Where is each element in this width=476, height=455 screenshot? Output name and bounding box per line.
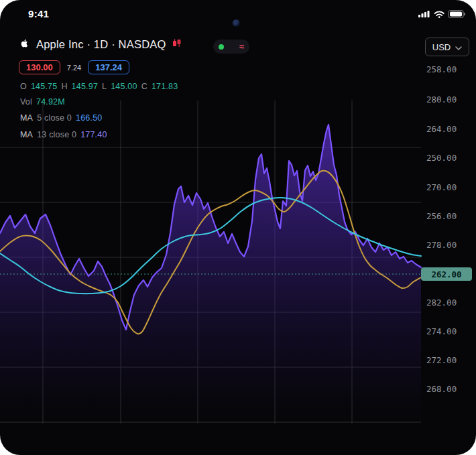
- wifi-icon: [435, 11, 444, 18]
- high-label: H: [61, 82, 67, 91]
- volume-label: Vol: [20, 97, 32, 107]
- signal-icon: [418, 11, 430, 17]
- low-value: 145.00: [111, 82, 137, 91]
- green-dot-icon: [219, 44, 224, 50]
- indicator-toggle[interactable]: ≈: [213, 40, 249, 54]
- wave-icon: ≈: [239, 42, 244, 51]
- low-label: L: [102, 82, 107, 91]
- axis-label: 272.00: [426, 355, 473, 366]
- close-label: C: [141, 82, 147, 91]
- current-price-pill: 262.00: [421, 267, 472, 281]
- ma13-params: 13 close 0: [37, 130, 76, 139]
- currency-selector[interactable]: USD: [425, 38, 469, 56]
- open-value: 145.75: [31, 82, 57, 91]
- symbol-header[interactable]: Apple Inc · 1D · NASDAQ: [19, 38, 181, 52]
- currency-label: USD: [432, 42, 451, 52]
- battery-icon: [449, 11, 465, 18]
- volume-value: 74.92M: [36, 97, 65, 107]
- axis-label: 258.00: [426, 64, 473, 75]
- ma5-row: MA 5 close 0 166.50: [20, 113, 102, 123]
- camera-dot: [233, 19, 240, 27]
- spread-value: 7.24: [67, 64, 81, 72]
- axis-label: 268.00: [426, 384, 473, 395]
- high-value: 145.97: [72, 82, 98, 91]
- axis-label: 280.00: [426, 94, 473, 105]
- price-axis[interactable]: 258.00280.00264.00250.00270.00256.00278.…: [422, 0, 476, 455]
- ma5-value: 166.50: [76, 113, 102, 123]
- ma5-params: 5 close 0: [37, 113, 72, 123]
- axis-label: 250.00: [426, 153, 473, 164]
- status-time: 9:41: [28, 8, 49, 19]
- candle-icon[interactable]: [172, 39, 181, 51]
- apple-logo-icon: [19, 38, 30, 52]
- page-title: Apple Inc · 1D · NASDAQ: [36, 38, 166, 51]
- open-label: O: [20, 82, 27, 91]
- status-icons: [418, 9, 465, 19]
- ma13-label: MA: [20, 130, 33, 139]
- axis-label: 256.00: [426, 211, 473, 222]
- ma5-label: MA: [20, 113, 33, 123]
- axis-label: 282.00: [426, 298, 473, 308]
- ohlc-row: O 145.75 H 145.97 L 145.00 C 171.83: [20, 82, 178, 91]
- axis-label: 264.00: [426, 124, 473, 135]
- bid-price-badge[interactable]: 130.00: [19, 60, 60, 74]
- axis-label: 278.00: [426, 240, 473, 251]
- axis-label: 270.00: [426, 182, 473, 193]
- ma13-row: MA 13 close 0 177.40: [20, 130, 107, 139]
- close-value: 171.83: [152, 82, 178, 91]
- chevron-down-icon: [455, 42, 462, 52]
- ask-price-badge[interactable]: 137.24: [88, 60, 129, 74]
- ma13-value: 177.40: [80, 130, 107, 139]
- volume-row: Vol 74.92M: [20, 97, 65, 107]
- phone-screen: 9:41 Apple Inc · 1D ·: [0, 0, 476, 455]
- axis-label: 274.00: [426, 326, 473, 337]
